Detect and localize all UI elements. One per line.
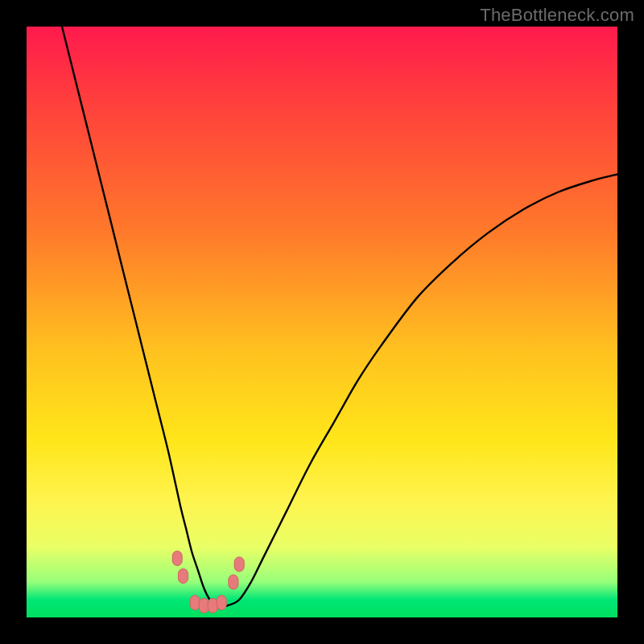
- bottleneck-curve: [62, 27, 617, 606]
- curve-marker: [172, 551, 182, 566]
- curve-marker: [217, 596, 226, 610]
- watermark-text: TheBottleneck.com: [480, 5, 634, 26]
- curve-marker: [179, 569, 188, 584]
- chart-frame: TheBottleneck.com: [0, 0, 644, 644]
- chart-svg: [27, 27, 617, 617]
- curve-marker: [229, 575, 238, 589]
- curve-marker: [234, 557, 244, 572]
- curve-marker: [199, 598, 208, 613]
- curve-marker: [208, 598, 217, 613]
- chart-plot-area: [27, 27, 617, 617]
- curve-marker: [190, 596, 200, 610]
